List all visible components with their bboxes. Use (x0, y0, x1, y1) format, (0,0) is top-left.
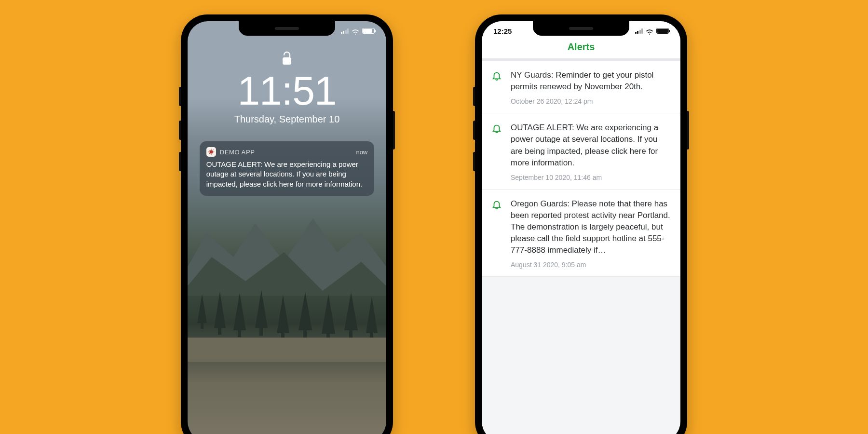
notification-app-name: DEMO APP (220, 149, 255, 156)
bell-icon (491, 199, 503, 269)
svg-rect-13 (303, 329, 307, 338)
bell-icon (491, 123, 503, 181)
svg-marker-1 (188, 252, 386, 296)
svg-rect-5 (218, 327, 221, 335)
svg-rect-9 (259, 327, 263, 336)
alert-item[interactable]: OUTAGE ALERT: We are experiencing a powe… (482, 113, 680, 190)
phone-lockscreen: 11:51 Thursday, September 10 DEMO APP no… (181, 14, 393, 434)
status-time: 12:25 (493, 27, 512, 35)
alert-timestamp: September 10 2020, 11:46 am (511, 174, 671, 181)
alert-timestamp: August 31 2020, 9:05 am (511, 261, 671, 269)
unlock-icon (281, 51, 293, 67)
svg-marker-18 (366, 297, 378, 333)
svg-marker-16 (344, 292, 358, 330)
lock-date: Thursday, September 10 (234, 114, 340, 125)
device-notch (239, 21, 335, 36)
svg-rect-3 (201, 322, 203, 329)
device-notch (533, 21, 629, 36)
svg-marker-14 (322, 294, 335, 334)
alert-list[interactable]: NY Guards: Reminder to get your pistol p… (482, 61, 680, 277)
svg-marker-2 (197, 294, 207, 323)
wifi-icon (352, 28, 359, 34)
wallpaper-mountains (188, 190, 386, 296)
lock-time: 11:51 (237, 70, 336, 111)
alert-timestamp: October 26 2020, 12:24 pm (511, 97, 671, 105)
svg-rect-21 (283, 57, 291, 65)
alert-text: NY Guards: Reminder to get your pistol p… (511, 69, 671, 93)
svg-line-27 (209, 150, 209, 150)
svg-point-22 (209, 150, 213, 154)
alert-text: OUTAGE ALERT: We are experiencing a powe… (511, 122, 671, 169)
svg-rect-15 (326, 333, 330, 340)
alert-text: Oregon Guards: Please note that there ha… (511, 198, 671, 257)
battery-icon (362, 28, 375, 34)
svg-marker-10 (277, 295, 289, 333)
svg-marker-12 (298, 292, 312, 330)
svg-marker-0 (188, 218, 386, 296)
svg-line-28 (213, 153, 213, 154)
svg-rect-11 (281, 332, 285, 339)
svg-line-30 (209, 153, 209, 154)
svg-marker-6 (233, 293, 246, 330)
alerts-title: Alerts (482, 41, 680, 53)
lock-screen[interactable]: 11:51 Thursday, September 10 DEMO APP no… (188, 21, 386, 434)
notification-time: now (356, 149, 367, 156)
svg-rect-7 (238, 329, 241, 337)
phone-alerts-app: 12:25 Alerts NY Guards: (475, 14, 687, 434)
svg-rect-19 (370, 332, 373, 339)
svg-rect-17 (349, 329, 353, 338)
alert-item[interactable]: Oregon Guards: Please note that there ha… (482, 190, 680, 277)
battery-icon (656, 28, 669, 34)
notification-body: OUTAGE ALERT: We are experiencing a powe… (206, 160, 368, 189)
app-icon (206, 147, 216, 157)
alert-item[interactable]: NY Guards: Reminder to get your pistol p… (482, 61, 680, 113)
bell-icon (491, 70, 503, 105)
svg-marker-8 (255, 290, 268, 328)
cellular-signal-icon (341, 28, 349, 34)
alerts-screen: Alerts NY Guards: Reminder to get your p… (482, 21, 680, 434)
svg-marker-4 (214, 292, 226, 328)
push-notification[interactable]: DEMO APP now OUTAGE ALERT: We are experi… (200, 141, 375, 196)
svg-rect-20 (188, 338, 386, 362)
svg-line-29 (213, 150, 213, 150)
wallpaper-trees (188, 265, 386, 362)
wifi-icon (646, 28, 653, 34)
cellular-signal-icon (635, 28, 643, 34)
